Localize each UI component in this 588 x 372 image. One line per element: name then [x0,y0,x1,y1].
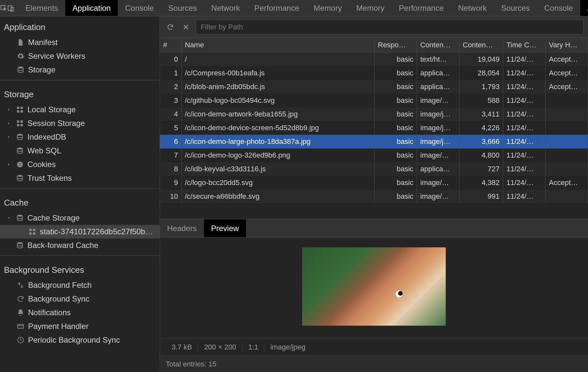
preview-status-bar: 3.7 kB 200 × 200 1:1 image/jpeg [160,338,588,356]
background-item[interactable]: Notifications [0,306,160,319]
cell-vh [546,148,588,162]
detail-tab-preview[interactable]: Preview [204,219,246,237]
cell-name: /c/icon-demo-artwork-9eba1655.jpg [181,107,375,121]
detail-tab-headers[interactable]: Headers [160,219,204,237]
background-item[interactable]: Background Sync [0,292,160,306]
cell-idx: 1 [160,66,181,80]
cache-item[interactable]: Back-forward Cache [0,239,160,252]
col-header[interactable]: # [160,38,181,52]
table-row[interactable]: 8/c/idb-keyval-c33d3116.jsbasicapplica…7… [160,162,588,176]
cell-cl: 4,226 [459,121,503,135]
db-icon [16,241,24,250]
storage-item[interactable]: IndexedDB [0,130,160,144]
sidebar-item-label: static-3741017226db5c27f50b… [40,227,153,236]
tab-console[interactable]: Console [118,0,161,16]
svg-rect-12 [21,120,23,123]
cache-item[interactable]: static-3741017226db5c27f50b… [0,225,160,239]
table-row[interactable]: 2/c/blob-anim-2db05bdc.jsbasicapplica…1,… [160,80,588,94]
cell-resp: basic [375,52,417,66]
table-row[interactable]: 5/c/icon-demo-device-screen-5d52d8b9.jpg… [160,121,588,135]
cell-resp: basic [375,190,417,203]
sidebar-item-label: Payment Handler [28,322,88,331]
sidebar-item-label: Background Sync [28,294,89,303]
cell-vh: Accept… [546,66,588,80]
sidebar-item-label: Local Storage [27,105,76,114]
tab-performance[interactable]: Performance [247,0,306,16]
inspect-element-icon[interactable] [0,0,7,16]
col-header[interactable]: Vary H… [546,38,588,52]
storage-item[interactable]: Session Storage [0,116,160,130]
filter-input[interactable] [196,20,583,34]
table-header-row: #NameRespo…Conten…Conten…Time C…Vary H… [160,38,588,52]
section-background-services: Background Services [0,259,160,278]
cell-idx: 2 [160,80,181,94]
device-toolbar-icon[interactable] [7,0,14,16]
tab-sources[interactable]: Sources [161,0,204,16]
cell-ct: image/j… [417,107,459,121]
cell-tc: 11/24/… [503,94,546,107]
storage-item[interactable]: Web SQL [0,144,160,158]
cell-tc: 11/24/… [503,107,546,121]
tab-elements[interactable]: Elements [18,0,65,16]
main-panel: #NameRespo…Conten…Conten…Time C…Vary H… … [160,16,588,372]
table-row[interactable]: 4/c/icon-demo-artwork-9eba1655.jpgbasici… [160,107,588,121]
table-row[interactable]: 10/c/secure-a66bbdfe.svgbasicimage/…9911… [160,190,588,203]
table-row[interactable]: 7/c/icon-demo-logo-326ed9b6.pngbasicimag… [160,148,588,162]
svg-rect-27 [33,232,35,235]
storage-item[interactable]: Local Storage [0,103,160,116]
col-header[interactable]: Name [181,38,375,52]
sync-icon [16,295,25,303]
tab-memory[interactable]: Memory [349,0,392,16]
delete-icon[interactable] [180,21,192,33]
table-row[interactable]: 6/c/icon-demo-large-photo-18da387a.jpgba… [160,135,588,148]
col-header[interactable]: Time C… [503,38,546,52]
sidebar-item-label: Trust Tokens [27,174,72,183]
updown-icon [16,281,25,289]
section-cache: Cache [0,192,160,211]
cache-entries-table[interactable]: #NameRespo…Conten…Conten…Time C…Vary H… … [160,38,588,219]
cell-tc: 11/24/… [503,190,546,203]
tab-application[interactable]: Application [65,0,118,16]
cell-cl: 3,666 [459,135,503,148]
cell-tc: 11/24/… [503,176,546,190]
table-row[interactable]: 0/basictext/ht…19,04911/24/…Accept… [160,52,588,66]
svg-rect-11 [17,120,19,123]
tab-network[interactable]: Network [451,0,494,16]
tab-performance[interactable]: Performance [392,0,451,16]
tab-sources[interactable]: Sources [494,0,537,16]
application-item[interactable]: Storage [0,63,160,77]
tab-application[interactable]: Application [580,0,588,16]
storage-item[interactable]: Trust Tokens [0,171,160,185]
application-item[interactable]: Service Workers [0,49,160,63]
file-icon [16,38,25,47]
tab-memory[interactable]: Memory [306,0,349,16]
status-mime: image/jpeg [264,343,311,351]
tab-network[interactable]: Network [204,0,247,16]
cell-name: /c/secure-a66bbdfe.svg [181,190,375,203]
cell-ct: image/… [417,148,459,162]
svg-point-23 [17,215,23,217]
cell-ct: image/… [417,94,459,107]
preview-pane: 3.7 kB 200 × 200 1:1 image/jpeg Total en… [160,238,588,372]
storage-item[interactable]: Cookies [0,158,160,171]
col-header[interactable]: Conten… [459,38,503,52]
devtools-tab-bar: ElementsApplicationConsoleSourcesNetwork… [0,0,588,16]
cell-resp: basic [375,121,417,135]
svg-point-28 [17,242,23,244]
background-item[interactable]: Payment Handler [0,319,160,333]
table-row[interactable]: 1/c/Compress-00b1eafa.jsbasicapplica…28,… [160,66,588,80]
refresh-icon[interactable] [164,21,176,33]
background-item[interactable]: Background Fetch [0,278,160,292]
cache-item[interactable]: Cache Storage [0,211,160,225]
cell-ct: applica… [417,162,459,176]
col-header[interactable]: Respo… [375,38,417,52]
tab-console[interactable]: Console [537,0,580,16]
application-item[interactable]: Manifest [0,36,160,49]
table-row[interactable]: 9/c/logo-bcc20dd5.svgbasicimage/…4,38211… [160,176,588,190]
col-header[interactable]: Conten… [417,38,459,52]
section-divider [0,188,160,189]
table-row[interactable]: 3/c/github-logo-bc05494c.svgbasicimage/…… [160,94,588,107]
background-item[interactable]: Periodic Background Sync [0,333,160,347]
cell-idx: 3 [160,94,181,107]
cell-tc: 11/24/… [503,135,546,148]
